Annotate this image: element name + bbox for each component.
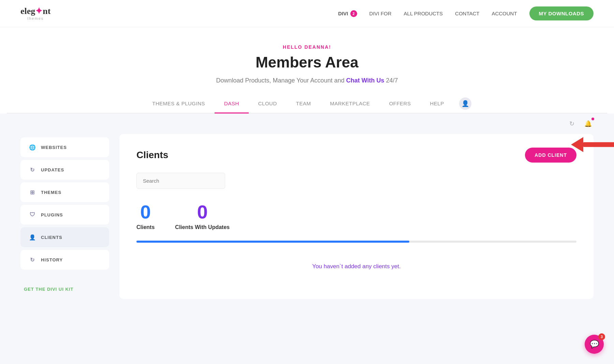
search-input[interactable]	[136, 173, 225, 189]
logo: eleg✦nt themes	[20, 6, 50, 20]
divi-badge: 2	[350, 10, 357, 17]
logo-star: ✦	[35, 6, 43, 16]
bell-icon[interactable]: 🔔	[583, 118, 594, 129]
content-area: Clients ADD CLIENT 0 Clients 0 Client	[119, 134, 594, 299]
clients-header: Clients ADD CLIENT	[136, 148, 576, 163]
refresh-icon[interactable]: ↻	[566, 118, 577, 129]
hero-subtitle: Download Products, Manage Your Account a…	[7, 77, 607, 84]
empty-state: You haven`t added any clients yet.	[136, 256, 576, 277]
globe-icon: 🌐	[29, 143, 36, 151]
clients-title: Clients	[136, 150, 168, 161]
tab-offers[interactable]: OFFERS	[380, 94, 421, 113]
tab-team[interactable]: TEAM	[287, 94, 321, 113]
history-icon: ↻	[29, 256, 36, 263]
updates-label: Clients With Updates	[175, 224, 230, 230]
main-layout: 🌐 WEBSITES ↻ UPDATES ⊞ THEMES 🛡 PLUGINS …	[0, 134, 614, 313]
arrow-head	[571, 137, 583, 152]
toolbar-row: ↻ 🔔	[0, 113, 614, 134]
top-nav: eleg✦nt themes DIVI 2 DIVI FOR ALL PRODU…	[0, 0, 614, 27]
sidebar: 🌐 WEBSITES ↻ UPDATES ⊞ THEMES 🛡 PLUGINS …	[20, 134, 109, 299]
nav-item-contact[interactable]: CONTACT	[455, 11, 479, 16]
updates-count: 0	[175, 202, 230, 222]
arrow-shaft	[583, 142, 614, 147]
nav-item-account[interactable]: ACCOUNT	[492, 11, 517, 16]
themes-icon: ⊞	[29, 188, 36, 196]
logo-sub: themes	[27, 16, 44, 20]
nav-item-divi[interactable]: DIVI 2	[338, 10, 357, 17]
progress-bar-bg	[136, 241, 576, 243]
sidebar-item-history[interactable]: ↻ HISTORY	[20, 250, 109, 270]
tab-themes-plugins[interactable]: THEMES & PLUGINS	[143, 94, 215, 113]
user-tab-icon[interactable]: 👤	[459, 97, 471, 110]
sidebar-item-plugins[interactable]: 🛡 PLUGINS	[20, 205, 109, 225]
page-title: Members Area	[7, 54, 607, 71]
bell-dot	[591, 118, 594, 120]
sidebar-footer: GET THE DIVI UI KIT	[20, 279, 109, 299]
sidebar-item-themes[interactable]: ⊞ THEMES	[20, 182, 109, 202]
stat-clients-with-updates: 0 Clients With Updates	[175, 202, 230, 230]
divi-ui-kit-link[interactable]: GET THE DIVI UI KIT	[24, 287, 73, 292]
tab-cloud[interactable]: CLOUD	[249, 94, 287, 113]
stat-clients: 0 Clients	[136, 202, 155, 230]
tab-marketplace[interactable]: MARKETPLACE	[320, 94, 379, 113]
nav-item-all-products[interactable]: ALL PRODUCTS	[404, 11, 443, 16]
updates-icon: ↻	[29, 166, 36, 173]
tab-help[interactable]: HELP	[420, 94, 453, 113]
my-downloads-button[interactable]: MY DOWNLOADS	[529, 6, 594, 20]
progress-bar-fill	[136, 241, 409, 243]
empty-message: You haven`t added any clients yet.	[143, 263, 570, 270]
tab-dash[interactable]: DASH	[215, 94, 249, 113]
nav-links: DIVI 2 DIVI FOR ALL PRODUCTS CONTACT ACC…	[338, 6, 594, 20]
hello-greeting: HELLO DEANNA!	[7, 44, 607, 50]
clients-header-right: ADD CLIENT	[525, 148, 576, 163]
clients-count: 0	[136, 202, 155, 222]
clients-label: Clients	[136, 224, 155, 230]
add-client-button[interactable]: ADD CLIENT	[525, 148, 576, 163]
clients-icon: 👤	[29, 233, 36, 241]
search-wrap	[136, 173, 576, 189]
nav-item-divi-for[interactable]: DIVI FOR	[369, 11, 392, 16]
stats-row: 0 Clients 0 Clients With Updates	[136, 202, 576, 230]
arrow-indicator	[571, 137, 614, 152]
hero-section: HELLO DEANNA! Members Area Download Prod…	[0, 27, 614, 113]
sidebar-item-websites[interactable]: 🌐 WEBSITES	[20, 137, 109, 157]
chat-link[interactable]: Chat With Us	[346, 77, 384, 84]
tabs-bar: THEMES & PLUGINS DASH CLOUD TEAM MARKETP…	[7, 94, 607, 113]
sidebar-item-clients[interactable]: 👤 CLIENTS	[20, 227, 109, 247]
sidebar-item-updates[interactable]: ↻ UPDATES	[20, 160, 109, 180]
plugins-icon: 🛡	[29, 211, 36, 218]
logo-text: eleg✦nt	[20, 6, 50, 16]
progress-bar-wrap	[136, 241, 576, 243]
